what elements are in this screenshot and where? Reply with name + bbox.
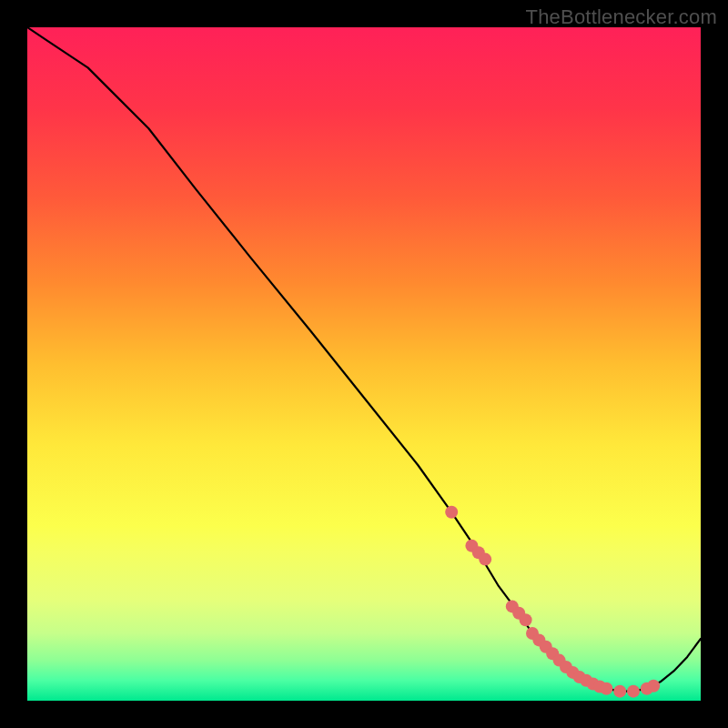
watermark-text: TheBottlenecker.com bbox=[526, 5, 717, 29]
chart-frame: TheBottlenecker.com bbox=[0, 0, 728, 728]
highlight-dot bbox=[613, 685, 626, 698]
highlight-dot bbox=[479, 553, 491, 566]
highlight-dot bbox=[647, 680, 660, 693]
chart-svg bbox=[27, 27, 701, 701]
plot-area bbox=[27, 27, 701, 701]
gradient-background bbox=[27, 27, 701, 701]
highlight-dot bbox=[445, 506, 458, 519]
highlight-dot bbox=[520, 613, 532, 626]
highlight-dot bbox=[600, 682, 612, 695]
highlight-dot bbox=[627, 685, 640, 698]
